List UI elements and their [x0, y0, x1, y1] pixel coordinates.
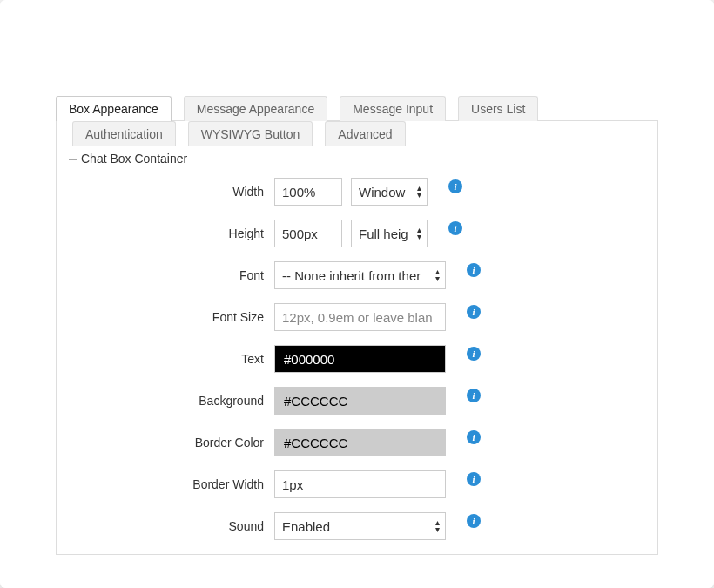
- info-icon[interactable]: i: [448, 221, 462, 235]
- label-height: Height: [91, 226, 274, 240]
- settings-window: Box Appearance Message Appearance Messag…: [0, 0, 714, 588]
- label-width: Width: [91, 185, 274, 199]
- row-border-width: Border Width i: [57, 470, 657, 498]
- info-icon[interactable]: i: [448, 179, 462, 193]
- info-icon[interactable]: i: [467, 347, 481, 361]
- border-width-input[interactable]: [274, 470, 446, 498]
- sound-select[interactable]: Enabled ▴▾: [274, 512, 446, 540]
- tab-wysiwyg-button[interactable]: WYSIWYG Button: [188, 121, 313, 146]
- tab-advanced[interactable]: Advanced: [325, 121, 405, 146]
- info-icon[interactable]: i: [467, 305, 481, 319]
- font-select-value: -- None inherit from ther: [282, 268, 421, 283]
- info-icon[interactable]: i: [467, 263, 481, 277]
- font-size-input[interactable]: [274, 303, 446, 331]
- tab-authentication[interactable]: Authentication: [72, 121, 176, 146]
- row-width: Width Window ▴▾ i: [57, 178, 657, 206]
- tab-box-appearance[interactable]: Box Appearance: [56, 96, 172, 121]
- row-font: Font -- None inherit from ther ▴▾ i: [57, 261, 657, 289]
- info-icon[interactable]: i: [467, 514, 481, 528]
- chevron-updown-icon: ▴▾: [435, 519, 440, 533]
- label-font-size: Font Size: [91, 310, 274, 324]
- width-unit-value: Window: [359, 185, 405, 199]
- row-text-color: Text #000000 i: [57, 345, 657, 373]
- border-color-input[interactable]: #CCCCCC: [274, 429, 446, 456]
- chevron-updown-icon: ▴▾: [417, 185, 421, 199]
- row-height: Height Full heig ▴▾ i: [57, 220, 657, 247]
- tab-panel: Authentication WYSIWYG Button Advanced C…: [56, 120, 658, 555]
- row-border-color: Border Color #CCCCCC i: [57, 429, 657, 456]
- label-background: Background: [91, 394, 274, 408]
- background-color-input[interactable]: #CCCCCC: [274, 387, 446, 415]
- height-unit-value: Full heig: [359, 226, 408, 241]
- info-icon[interactable]: i: [467, 472, 481, 486]
- form-rows: Width Window ▴▾ i Height: [57, 166, 657, 540]
- label-font: Font: [91, 268, 274, 282]
- width-unit-select[interactable]: Window ▴▾: [351, 178, 428, 206]
- fieldset-title: Chat Box Container: [57, 146, 657, 166]
- tab-message-input[interactable]: Message Input: [340, 96, 446, 121]
- width-input[interactable]: [274, 178, 342, 206]
- row-font-size: Font Size i: [57, 303, 657, 331]
- label-border-color: Border Color: [91, 436, 274, 449]
- row-background-color: Background #CCCCCC i: [57, 387, 657, 415]
- tabs-row-2: Authentication WYSIWYG Button Advanced: [57, 121, 657, 146]
- height-unit-select[interactable]: Full heig ▴▾: [351, 220, 428, 247]
- text-color-input[interactable]: #000000: [274, 345, 446, 373]
- chevron-updown-icon: ▴▾: [417, 226, 421, 240]
- height-input[interactable]: [274, 220, 342, 247]
- chevron-updown-icon: ▴▾: [435, 268, 440, 282]
- info-icon[interactable]: i: [467, 430, 481, 444]
- info-icon[interactable]: i: [467, 389, 481, 402]
- font-select[interactable]: -- None inherit from ther ▴▾: [274, 261, 446, 289]
- tabs-row-1: Box Appearance Message Appearance Messag…: [56, 96, 658, 121]
- label-sound: Sound: [91, 519, 274, 533]
- label-text-color: Text: [91, 352, 274, 366]
- sound-select-value: Enabled: [282, 519, 330, 534]
- content-area: Box Appearance Message Appearance Messag…: [0, 0, 714, 555]
- tab-message-appearance[interactable]: Message Appearance: [184, 96, 327, 121]
- tab-users-list[interactable]: Users List: [458, 96, 538, 121]
- label-border-width: Border Width: [91, 477, 274, 491]
- row-sound: Sound Enabled ▴▾ i: [57, 512, 657, 540]
